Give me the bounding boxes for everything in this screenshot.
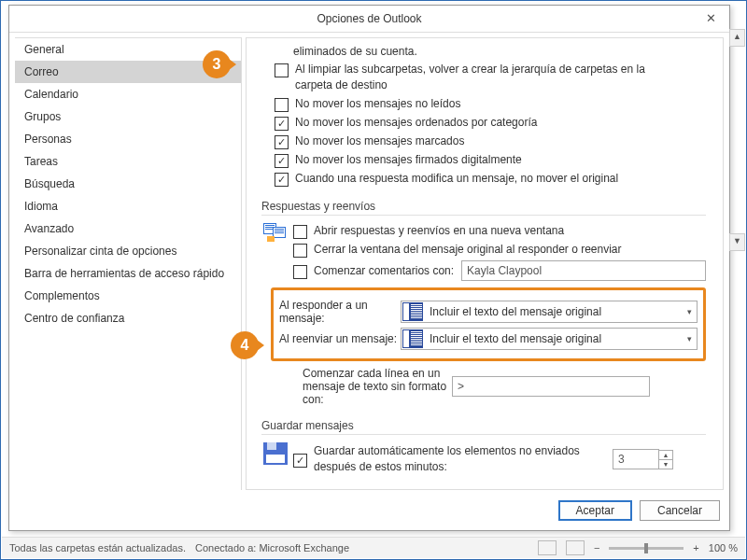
titlebar: Opciones de Outlook ✕ [9, 6, 729, 33]
chevron-down-icon: ▾ [682, 334, 697, 343]
cancel-button[interactable]: Cancelar [640, 500, 720, 521]
highlight-box: Al responder a un mensaje: Incluir el te… [271, 287, 706, 361]
statusbar: Todas las carpetas están actualizadas. C… [2, 537, 745, 558]
spin-up-icon[interactable]: ▲ [659, 451, 672, 460]
sidebar-item-complementos[interactable]: Complementos [15, 285, 241, 307]
checkbox-abrir-nueva[interactable] [293, 225, 307, 239]
include-text-icon [402, 329, 423, 348]
section-guardar: Guardar mensajes [261, 419, 706, 435]
label: Abrir respuestas y reenvíos en una nueva… [314, 223, 564, 239]
sidebar-item-confianza[interactable]: Centro de confianza [15, 307, 241, 329]
background-scrollbar[interactable]: ▲ ▼ [729, 29, 745, 537]
checkbox-noleidos[interactable] [275, 98, 289, 112]
dropdown-reenviar[interactable]: Incluir el texto del mensaje original ▾ [401, 328, 698, 350]
ok-button[interactable]: Aceptar [558, 500, 632, 521]
zoom-slider[interactable] [609, 547, 684, 550]
checkbox-comenzar[interactable] [293, 265, 307, 279]
checkbox-firmados[interactable] [275, 154, 289, 168]
label-responder: Al responder a un mensaje: [279, 299, 401, 325]
input-plain-prefix[interactable]: > [452, 376, 650, 397]
chevron-down-icon: ▾ [682, 307, 697, 316]
label: Comenzar comentarios con: [314, 263, 454, 279]
callout-badge-4: 4 [231, 331, 259, 359]
text-eliminados: eliminados de su cuenta. [293, 44, 706, 60]
options-dialog: Opciones de Outlook ✕ General Correo Cal… [8, 5, 730, 531]
reply-forward-icon [261, 221, 289, 247]
checkbox-subcarpetas[interactable] [275, 63, 289, 77]
label: No mover los mensajes marcados [295, 133, 464, 149]
dropdown-responder[interactable]: Incluir el texto del mensaje original ▾ [401, 301, 698, 323]
label: Guardar automáticamente los elementos no… [314, 443, 613, 475]
save-icon [261, 441, 289, 467]
view-reading-icon[interactable] [566, 540, 585, 555]
sidebar: General Correo Calendario Grupos Persona… [15, 37, 242, 490]
sidebar-item-idioma[interactable]: Idioma [15, 195, 241, 217]
app-window: Opciones de Outlook ✕ General Correo Cal… [0, 0, 747, 560]
sidebar-item-barra[interactable]: Barra de herramientas de acceso rápido [15, 262, 241, 285]
sidebar-item-cinta[interactable]: Personalizar cinta de opciones [15, 240, 241, 262]
sidebar-item-calendario[interactable]: Calendario [15, 83, 241, 105]
sidebar-item-avanzado[interactable]: Avanzado [15, 217, 241, 240]
label: Cuando una respuesta modifica un mensaje… [295, 171, 618, 187]
close-icon[interactable]: ✕ [692, 6, 729, 32]
label: Al limpiar las subcarpetas, volver a cre… [295, 62, 669, 93]
sidebar-item-busqueda[interactable]: Búsqueda [15, 173, 241, 195]
label-reenviar: Al reenviar un mensaje: [279, 332, 401, 345]
label: No mover los mensajes firmados digitalme… [295, 152, 522, 168]
input-comenzar[interactable]: Kayla Claypool [461, 260, 706, 281]
sidebar-item-grupos[interactable]: Grupos [15, 105, 241, 128]
view-normal-icon[interactable] [538, 540, 557, 555]
dropdown-value: Incluir el texto del mensaje original [424, 332, 682, 345]
label: No mover los mensajes no leídos [295, 96, 460, 112]
scroll-down-icon[interactable]: ▼ [729, 233, 745, 251]
checkbox-cerrar-original[interactable] [293, 244, 307, 258]
include-text-icon [402, 302, 423, 321]
dropdown-value: Incluir el texto del mensaje original [424, 305, 682, 318]
checkbox-marcados[interactable] [275, 135, 289, 149]
sidebar-item-tareas[interactable]: Tareas [15, 150, 241, 173]
checkbox-categoria[interactable] [275, 117, 289, 131]
status-connection: Conectado a: Microsoft Exchange [195, 542, 349, 553]
checkbox-respuesta[interactable] [275, 173, 289, 187]
content-pane: eliminados de su cuenta. Al limpiar las … [246, 37, 724, 490]
label: Cerrar la ventana del mensaje original a… [314, 242, 622, 258]
status-folders: Todas las carpetas están actualizadas. [9, 542, 186, 553]
spinner-minutos[interactable]: 3 ▲▼ [613, 449, 673, 469]
checkbox-autoguardar[interactable] [293, 454, 307, 468]
dialog-title: Opciones de Outlook [317, 12, 421, 25]
callout-badge-3: 3 [203, 50, 231, 78]
spinner-value[interactable]: 3 [613, 449, 659, 469]
label-plain: Comenzar cada línea en un mensaje de tex… [303, 367, 452, 406]
spin-down-icon[interactable]: ▼ [659, 460, 672, 469]
scroll-up-icon[interactable]: ▲ [729, 29, 745, 47]
sidebar-item-personas[interactable]: Personas [15, 128, 241, 150]
label: No mover los mensajes ordenados por cate… [295, 115, 537, 131]
section-respuestas: Respuestas y reenvíos [261, 200, 706, 216]
zoom-value: 100 % [709, 542, 738, 553]
